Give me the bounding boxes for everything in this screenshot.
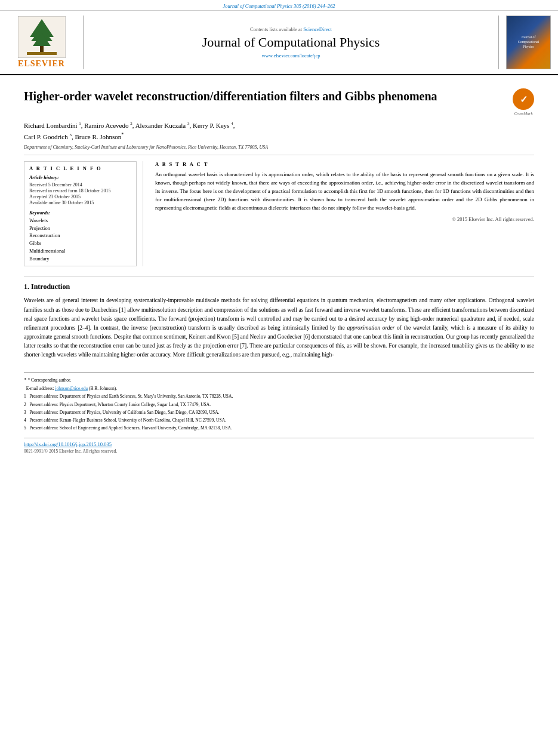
keyword-gibbs: Gibbs: [29, 239, 131, 247]
article-history-label: Article history:: [29, 175, 131, 180]
journal-cover-section: Journal ofComputationalPhysics: [498, 16, 552, 69]
abstract-text: An orthogonal wavelet basis is character…: [155, 171, 534, 213]
crossmark-badge: ✓ CrossMark: [513, 88, 534, 116]
main-content: Higher-order wavelet reconstruction/diff…: [0, 75, 558, 460]
footnote-3: 3 Present address: Department of Physics…: [24, 409, 534, 416]
corresponding-author-note: * * Corresponding author.: [24, 376, 534, 385]
keywords-label: Keywords:: [29, 210, 131, 216]
elsevier-logo: ELSEVIER: [18, 16, 66, 69]
abstract-column: A B S T R A C T An orthogonal wavelet ba…: [155, 161, 534, 267]
introduction-section: 1. Introduction Wavelets are of general …: [24, 276, 534, 359]
journal-reference: Journal of Computational Physics 305 (20…: [223, 3, 335, 9]
keyword-wavelets: Wavelets: [29, 217, 131, 225]
doi-section: http://dx.doi.org/10.1016/j.jcp.2015.10.…: [24, 438, 534, 454]
journal-title: Journal of Computational Physics: [202, 35, 380, 50]
article-info-box: A R T I C L E I N F O Article history: R…: [24, 161, 137, 267]
sciencedirect-line: Contents lists available at ScienceDirec…: [250, 26, 332, 32]
footnote-1: 1 Present address: Department of Physics…: [24, 393, 534, 399]
footnotes-area: * * Corresponding author. E-mail address…: [24, 372, 534, 432]
journal-website: www.elsevier.com/locate/jcp: [261, 53, 320, 59]
two-column-section: A R T I C L E I N F O Article history: R…: [24, 161, 534, 267]
article-title: Higher-order wavelet reconstruction/diff…: [24, 88, 507, 104]
intro-paragraph: Wavelets are of general interest in deve…: [24, 296, 534, 359]
keywords-section: Keywords: Wavelets Projection Reconstruc…: [29, 210, 131, 263]
authors-line: Richard Lombardini 1, Ramiro Acevedo 2, …: [24, 121, 534, 142]
top-bar: Journal of Computational Physics 305 (20…: [0, 0, 558, 11]
article-info-column: A R T I C L E I N F O Article history: R…: [24, 161, 143, 267]
journal-title-section: Contents lists available at ScienceDirec…: [90, 16, 492, 69]
author-email-link[interactable]: johnson@rice.edu: [56, 386, 88, 391]
accepted-date: Accepted 23 October 2015: [29, 194, 131, 199]
svg-rect-5: [27, 52, 57, 55]
article-info-header: A R T I C L E I N F O: [29, 165, 131, 171]
received-date: Received 5 December 2014: [29, 182, 131, 188]
journal-header: ELSEVIER Contents lists available at Sci…: [0, 11, 558, 75]
elsevier-brand-text: ELSEVIER: [18, 59, 65, 69]
keyword-multidimensional: Multidimensional: [29, 247, 131, 255]
keyword-reconstruction: Reconstruction: [29, 232, 131, 239]
footnote-5: 5 Present address: School of Engineering…: [24, 425, 534, 431]
revised-date: Received in revised form 18 October 2015: [29, 188, 131, 193]
abstract-header: A B S T R A C T: [155, 161, 534, 167]
footnote-2: 2 Present address: Physics Department, W…: [24, 401, 534, 408]
keyword-boundary: Boundary: [29, 255, 131, 263]
elsevier-logo-section: ELSEVIER: [6, 16, 84, 69]
journal-cover-text: Journal ofComputationalPhysics: [518, 35, 539, 49]
sciencedirect-link[interactable]: ScienceDirect: [303, 26, 332, 32]
crossmark-icon: ✓: [513, 88, 534, 110]
intro-section-title: 1. Introduction: [24, 282, 534, 291]
affiliation: Department of Chemistry, Smalley-Curl In…: [24, 145, 534, 150]
keyword-projection: Projection: [29, 225, 131, 232]
email-note: E-mail address: johnson@rice.edu (B.R. J…: [24, 385, 534, 392]
doi-link[interactable]: http://dx.doi.org/10.1016/j.jcp.2015.10.…: [24, 441, 112, 447]
online-date: Available online 30 October 2015: [29, 200, 131, 205]
issn-line: 0021-9991/© 2015 Elsevier Inc. All right…: [24, 448, 534, 454]
copyright-line: © 2015 Elsevier Inc. All rights reserved…: [155, 216, 534, 222]
footnote-4: 4 Present address: Kenan-Flagler Busines…: [24, 417, 534, 423]
journal-cover-image: Journal ofComputationalPhysics: [506, 16, 551, 69]
crossmark-label: CrossMark: [514, 111, 532, 116]
elsevier-tree-icon: [18, 16, 66, 58]
article-title-section: Higher-order wavelet reconstruction/diff…: [24, 81, 534, 155]
